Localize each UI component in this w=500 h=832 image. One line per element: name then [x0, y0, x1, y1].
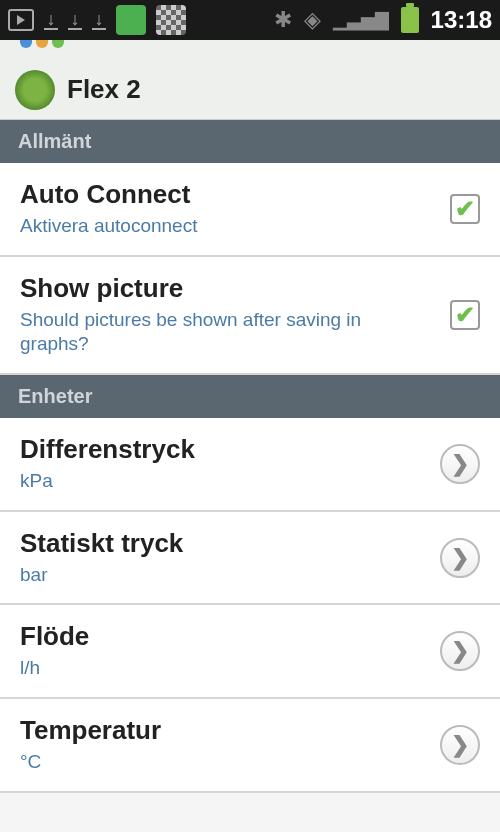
chevron-button[interactable]: ❯	[440, 444, 480, 484]
setting-show-picture[interactable]: Show picture Should pictures be shown af…	[0, 257, 500, 375]
app-title: Flex 2	[67, 74, 141, 105]
signal-icon: ▁▃▅▇	[333, 9, 389, 31]
auto-connect-checkbox[interactable]: ✔	[450, 194, 480, 224]
chevron-right-icon: ❯	[451, 638, 469, 664]
setting-title: Statiskt tryck	[20, 528, 420, 559]
chevron-right-icon: ❯	[451, 732, 469, 758]
setting-static-pressure[interactable]: Statiskt tryck bar ❯	[0, 512, 500, 606]
checkmark-icon: ✔	[455, 303, 475, 327]
download-icon: ↓	[68, 10, 82, 30]
app-header: Flex 2	[0, 60, 500, 120]
setting-temperature[interactable]: Temperatur °C ❯	[0, 699, 500, 793]
checkmark-icon: ✔	[455, 197, 475, 221]
download-icon: ↓	[92, 10, 106, 30]
battery-icon	[401, 7, 419, 33]
setting-title: Flöde	[20, 621, 420, 652]
status-right: ✱ ◈ ▁▃▅▇ 13:18	[274, 6, 492, 34]
show-picture-checkbox[interactable]: ✔	[450, 300, 480, 330]
checkered-flag-icon	[156, 5, 186, 35]
tab-indicator-dots	[0, 40, 500, 60]
setting-auto-connect[interactable]: Auto Connect Aktivera autoconnect ✔	[0, 163, 500, 257]
bluetooth-icon: ✱	[274, 7, 292, 33]
setting-subtitle: Aktivera autoconnect	[20, 214, 430, 239]
chevron-button[interactable]: ❯	[440, 538, 480, 578]
setting-title: Temperatur	[20, 715, 420, 746]
chevron-button[interactable]: ❯	[440, 631, 480, 671]
setting-subtitle: Should pictures be shown after saving in…	[20, 308, 430, 357]
setting-value: kPa	[20, 469, 420, 494]
download-icon: ↓	[44, 10, 58, 30]
status-left: ↓ ↓ ↓	[8, 5, 186, 35]
section-header-units: Enheter	[0, 375, 500, 418]
app-notification-icon	[116, 5, 146, 35]
setting-diff-pressure[interactable]: Differenstryck kPa ❯	[0, 418, 500, 512]
chevron-right-icon: ❯	[451, 545, 469, 571]
status-bar: ↓ ↓ ↓ ✱ ◈ ▁▃▅▇ 13:18	[0, 0, 500, 40]
setting-title: Differenstryck	[20, 434, 420, 465]
clock: 13:18	[431, 6, 492, 34]
setting-title: Auto Connect	[20, 179, 430, 210]
setting-value: °C	[20, 750, 420, 775]
setting-value: bar	[20, 563, 420, 588]
chevron-right-icon: ❯	[451, 451, 469, 477]
play-store-icon	[8, 9, 34, 31]
setting-value: l/h	[20, 656, 420, 681]
section-header-general: Allmänt	[0, 120, 500, 163]
setting-title: Show picture	[20, 273, 430, 304]
wifi-icon: ◈	[304, 7, 321, 33]
setting-flow[interactable]: Flöde l/h ❯	[0, 605, 500, 699]
app-logo-icon	[15, 70, 55, 110]
chevron-button[interactable]: ❯	[440, 725, 480, 765]
